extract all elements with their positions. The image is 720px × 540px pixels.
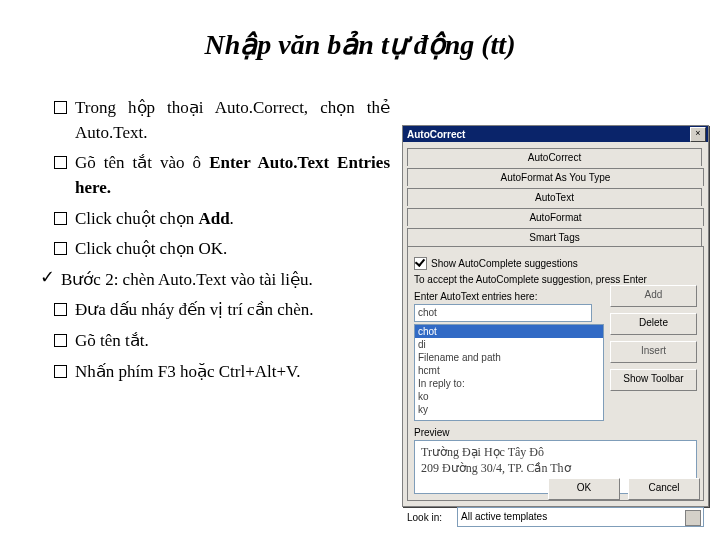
step-text: Gõ tên tắt.	[75, 329, 390, 354]
cancel-button[interactable]: Cancel	[628, 478, 700, 500]
autotext-panel: Show AutoComplete suggestions To accept …	[407, 246, 704, 501]
step-text: Nhấn phím F3 hoặc Ctrl+Alt+V.	[75, 360, 390, 385]
square-bullet-icon	[54, 334, 67, 347]
lookin-value: All active templates	[461, 511, 547, 522]
dialog-title: AutoCorrect	[407, 129, 690, 140]
list-item[interactable]: hcmt	[415, 364, 603, 377]
delete-button[interactable]: Delete	[610, 313, 697, 335]
dialog-titlebar[interactable]: AutoCorrect ×	[403, 126, 708, 142]
autocorrect-dialog: AutoCorrect × AutoCorrect AutoFormat As …	[402, 125, 709, 507]
step2-heading: Bước 2: chèn Auto.Text vào tài liệu.	[61, 268, 390, 293]
tab-autocorrect[interactable]: AutoCorrect	[407, 148, 702, 166]
ok-button[interactable]: OK	[548, 478, 620, 500]
list-item[interactable]: di	[415, 338, 603, 351]
autotext-list[interactable]: chot di Filename and path hcmt In reply …	[414, 324, 604, 421]
square-bullet-icon	[54, 242, 67, 255]
tab-smart-tags[interactable]: Smart Tags	[407, 228, 702, 246]
preview-label: Preview	[414, 427, 697, 438]
insert-button[interactable]: Insert	[610, 341, 697, 363]
tab-strip: AutoCorrect AutoFormat As You Type AutoT…	[407, 146, 704, 246]
show-autocomplete-checkbox[interactable]	[414, 257, 427, 270]
lookin-select[interactable]: All active templates	[457, 507, 704, 527]
accept-hint: To accept the AutoComplete suggestion, p…	[414, 274, 697, 285]
list-item[interactable]: ky	[415, 403, 603, 416]
step-text: Gõ tên tắt vào ô Enter Auto.Text Entries…	[75, 151, 390, 200]
show-autocomplete-label: Show AutoComplete suggestions	[431, 258, 697, 269]
tab-autoformat-type[interactable]: AutoFormat As You Type	[407, 168, 704, 186]
step-text: Click chuột chọn Add.	[75, 207, 390, 232]
square-bullet-icon	[54, 156, 67, 169]
tab-autotext[interactable]: AutoText	[407, 188, 702, 206]
list-item[interactable]: ko	[415, 390, 603, 403]
step-text: Đưa dấu nháy đến vị trí cần chèn.	[75, 298, 390, 323]
list-item[interactable]: Filename and path	[415, 351, 603, 364]
square-bullet-icon	[54, 101, 67, 114]
square-bullet-icon	[54, 303, 67, 316]
check-icon: ✓	[40, 268, 55, 286]
enter-entries-label: Enter AutoText entries here:	[414, 291, 604, 302]
step-text: Trong hộp thoại Auto.Correct, chọn thẻ A…	[75, 96, 390, 145]
close-icon[interactable]: ×	[690, 127, 706, 142]
add-button[interactable]: Add	[610, 285, 697, 307]
square-bullet-icon	[54, 365, 67, 378]
chevron-down-icon	[691, 515, 697, 519]
tab-autoformat[interactable]: AutoFormat	[407, 208, 704, 226]
step-text: Click chuột chọn OK.	[75, 237, 390, 262]
list-item[interactable]: In reply to:	[415, 377, 603, 390]
show-toolbar-button[interactable]: Show Toolbar	[610, 369, 697, 391]
preview-line: Trường Đại Học Tây Đô	[421, 445, 690, 461]
instruction-list: Trong hộp thoại Auto.Correct, chọn thẻ A…	[40, 90, 390, 390]
page-title: Nhập văn bản tự động (tt)	[0, 28, 720, 61]
preview-line: 209 Đường 30/4, TP. Cần Thơ	[421, 461, 690, 477]
lookin-label: Look in:	[407, 512, 457, 523]
list-item[interactable]: chot	[415, 325, 603, 338]
autotext-entry-input[interactable]: chot	[414, 304, 592, 322]
square-bullet-icon	[54, 212, 67, 225]
